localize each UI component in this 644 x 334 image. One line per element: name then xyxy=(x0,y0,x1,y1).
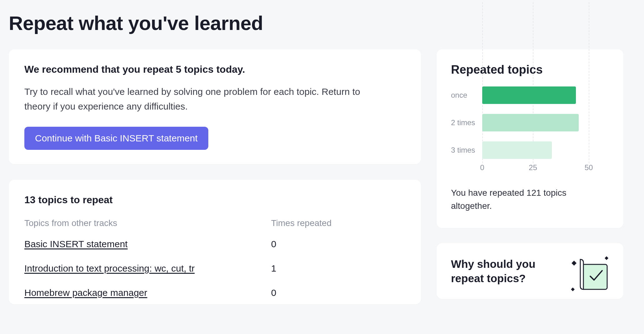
topic-times: 0 xyxy=(271,287,405,298)
right-column: Repeated topics once 2 times 3 times xyxy=(437,49,623,314)
topics-table: Topics from other tracks Times repeated … xyxy=(24,218,405,298)
axis-tick: 50 xyxy=(585,163,593,172)
recommend-description: Try to recall what you've learned by sol… xyxy=(24,85,380,114)
repeated-summary: You have repeated 121 topics altogether. xyxy=(451,186,609,213)
topic-times: 1 xyxy=(271,263,405,274)
recommend-card: We recommend that you repeat 5 topics to… xyxy=(9,49,421,164)
axis-tick: 0 xyxy=(480,163,484,172)
continue-button[interactable]: Continue with Basic INSERT statement xyxy=(24,127,208,150)
table-row: Homebrew package manager 0 xyxy=(24,287,405,298)
axis-tick: 25 xyxy=(529,163,537,172)
book-check-icon xyxy=(568,255,609,292)
chart-x-axis: 0 25 50 xyxy=(482,163,609,173)
svg-marker-2 xyxy=(571,287,575,291)
svg-marker-1 xyxy=(605,256,608,260)
chart-bar xyxy=(482,114,579,131)
repeated-topics-card: Repeated topics once 2 times 3 times xyxy=(437,49,623,228)
chart-row: once xyxy=(451,86,609,104)
table-row: Introduction to text processing: wc, cut… xyxy=(24,263,405,274)
svg-rect-3 xyxy=(582,264,607,289)
chart-row: 3 times xyxy=(451,141,609,159)
topics-heading: 13 topics to repeat xyxy=(24,194,405,206)
column-header-topic: Topics from other tracks xyxy=(24,218,271,228)
chart-bar-label: 2 times xyxy=(451,118,482,127)
repeated-topics-title: Repeated topics xyxy=(451,63,609,76)
page-title: Repeat what you've learned xyxy=(9,12,635,34)
topic-link[interactable]: Introduction to text processing: wc, cut… xyxy=(24,263,195,273)
chart-bar-label: 3 times xyxy=(451,146,482,155)
repeated-chart: once 2 times 3 times 0 25 50 xyxy=(451,86,609,173)
left-column: We recommend that you repeat 5 topics to… xyxy=(9,49,421,320)
topic-times: 0 xyxy=(271,239,405,249)
why-repeat-card: Why should you repeat topics? xyxy=(437,243,623,299)
main-layout: We recommend that you repeat 5 topics to… xyxy=(9,49,635,320)
table-row: Basic INSERT statement 0 xyxy=(24,239,405,249)
topics-card: 13 topics to repeat Topics from other tr… xyxy=(9,180,421,304)
why-repeat-title: Why should you repeat topics? xyxy=(451,257,551,285)
chart-bar-label: once xyxy=(451,91,482,100)
svg-marker-0 xyxy=(572,261,577,266)
recommend-heading: We recommend that you repeat 5 topics to… xyxy=(24,64,405,75)
chart-row: 2 times xyxy=(451,114,609,131)
chart-bar xyxy=(482,86,576,104)
chart-bar xyxy=(482,141,552,159)
topic-link[interactable]: Basic INSERT statement xyxy=(24,239,128,249)
topics-header-row: Topics from other tracks Times repeated xyxy=(24,218,405,228)
column-header-times: Times repeated xyxy=(271,218,405,228)
topic-link[interactable]: Homebrew package manager xyxy=(24,287,147,298)
